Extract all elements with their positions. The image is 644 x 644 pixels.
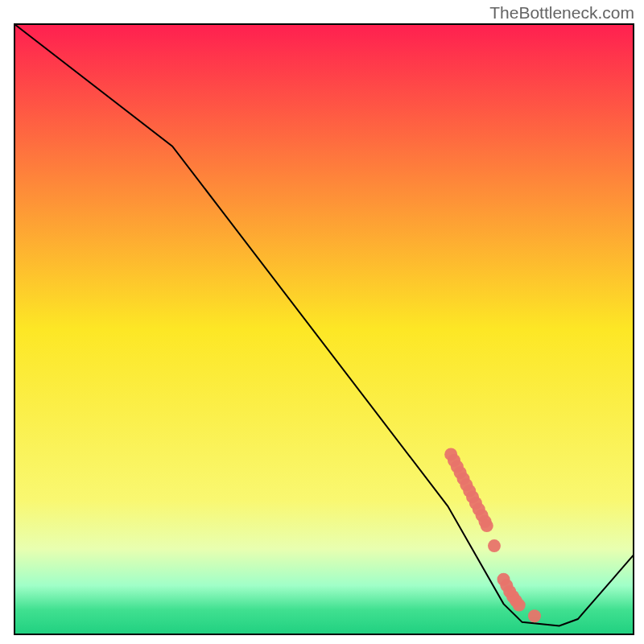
attribution-label: TheBottleneck.com — [489, 3, 634, 23]
plot-background — [14, 24, 634, 634]
svg-point-12 — [481, 519, 493, 532]
svg-point-20 — [528, 609, 541, 622]
svg-point-19 — [513, 599, 526, 612]
chart-container: TheBottleneck.com — [0, 0, 644, 644]
svg-point-13 — [488, 539, 501, 552]
chart-svg — [0, 0, 644, 644]
